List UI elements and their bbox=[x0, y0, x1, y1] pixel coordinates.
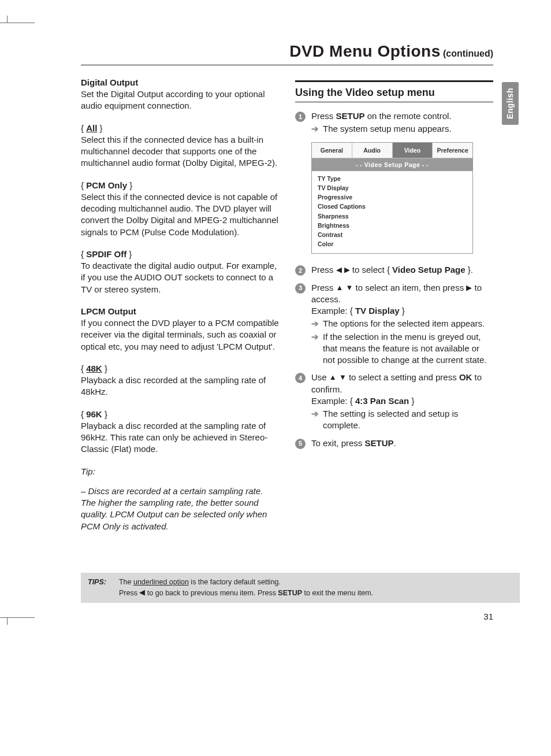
option-96k: { 96K } bbox=[81, 409, 279, 420]
option-all-body: Select this if the connected device has … bbox=[81, 134, 279, 169]
osd-item: Brightness bbox=[318, 221, 467, 230]
osd-item: Contrast bbox=[318, 230, 467, 239]
right-column: Using the Video setup menu 1 Press SETUP… bbox=[295, 76, 493, 532]
page-title: DVD Menu Options (continued) bbox=[81, 40, 493, 65]
osd-item: Color bbox=[318, 239, 467, 249]
osd-item: Sharpness bbox=[318, 212, 467, 221]
osd-tab-audio: Audio bbox=[352, 143, 393, 158]
language-tab: English bbox=[502, 82, 519, 125]
triangle-down-icon: ▼ bbox=[339, 372, 347, 383]
triangle-left-icon: ◀ bbox=[336, 265, 342, 275]
tip-body: – Discs are recorded at a certain sampli… bbox=[81, 486, 279, 532]
option-spdif-off: { SPDIF Off } bbox=[81, 249, 279, 260]
osd-menu: General Audio Video Preference - - Video… bbox=[311, 142, 473, 254]
triangle-up-icon: ▲ bbox=[329, 372, 337, 383]
heading-lpcm-output: LPCM Output bbox=[81, 306, 279, 317]
tips-label: TIPS: bbox=[88, 577, 106, 598]
triangle-down-icon: ▼ bbox=[346, 283, 353, 293]
tip-label: Tip: bbox=[81, 466, 279, 477]
option-48k: { 48K } bbox=[81, 363, 279, 375]
osd-tab-preference: Preference bbox=[433, 143, 472, 158]
osd-banner: - - Video Setup Page - - bbox=[312, 158, 472, 171]
heading-video-setup: Using the Video setup menu bbox=[295, 80, 493, 102]
page-number: 31 bbox=[23, 611, 493, 622]
step-badge-3: 3 bbox=[295, 283, 306, 294]
option-all: { All } bbox=[81, 123, 279, 134]
arrow-right-icon: ➔ bbox=[311, 123, 319, 135]
option-pcm-only: { PCM Only } bbox=[81, 180, 279, 191]
step-5: 5 To exit, press SETUP. bbox=[295, 438, 493, 449]
osd-item: Progressive bbox=[318, 192, 467, 202]
step-2: 2 Press ◀ ▶ to select { Video Setup Page… bbox=[295, 264, 493, 276]
osd-item: TY Type bbox=[318, 174, 467, 183]
step-badge-2: 2 bbox=[295, 265, 306, 276]
tips-footer: TIPS: The underlined option is the facto… bbox=[81, 573, 520, 603]
triangle-up-icon: ▲ bbox=[336, 283, 344, 293]
step-badge-4: 4 bbox=[295, 373, 306, 383]
crop-mark-bottom bbox=[0, 617, 35, 618]
arrow-right-icon: ➔ bbox=[311, 408, 319, 432]
triangle-right-icon: ▶ bbox=[466, 283, 472, 293]
crop-mark-top bbox=[0, 23, 35, 23]
osd-item: Closed Captions bbox=[318, 202, 467, 211]
para-lpcm-output: If you connect the DVD player to a PCM c… bbox=[81, 317, 279, 353]
triangle-left-icon: ◀ bbox=[139, 587, 145, 598]
triangle-right-icon: ▶ bbox=[344, 265, 350, 275]
arrow-right-icon: ➔ bbox=[311, 318, 319, 329]
page-title-suffix: (continued) bbox=[443, 49, 493, 58]
heading-digital-output: Digital Output bbox=[81, 77, 279, 88]
para-digital-output: Set the Digital Output according to your… bbox=[81, 88, 279, 112]
option-pcm-only-body: Select this if the connected device is n… bbox=[81, 191, 279, 238]
osd-tab-general: General bbox=[312, 143, 352, 158]
step-3: 3 Press ▲ ▼ to select an item, then pres… bbox=[295, 282, 493, 366]
step-badge-5: 5 bbox=[295, 439, 306, 449]
left-column: Digital Output Set the Digital Output ac… bbox=[81, 76, 279, 532]
option-48k-body: Playback a disc recorded at the sampling… bbox=[81, 375, 279, 398]
osd-item: TV Display bbox=[318, 183, 467, 192]
step-1: 1 Press SETUP on the remote control. ➔ T… bbox=[295, 110, 493, 135]
osd-tab-video: Video bbox=[393, 143, 433, 158]
option-spdif-off-body: To deactivate the digital audio output. … bbox=[81, 260, 279, 295]
page-title-main: DVD Menu Options bbox=[289, 42, 441, 60]
step-badge-1: 1 bbox=[295, 112, 306, 122]
option-96k-body: Playback a disc recorded at the sampling… bbox=[81, 420, 279, 455]
step-4: 4 Use ▲ ▼ to select a setting and press … bbox=[295, 372, 493, 431]
arrow-right-icon: ➔ bbox=[311, 331, 319, 366]
